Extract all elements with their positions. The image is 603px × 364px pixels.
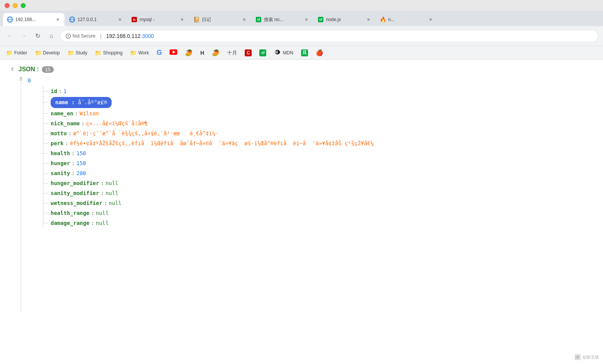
bookmarks-bar: 📁 Folder 📁 Develop 📁 Study 📁 Shopping 📁 … — [0, 46, 603, 60]
bookmark-develop[interactable]: 📁 Develop — [32, 48, 63, 58]
field-value-damage-range: null — [96, 218, 109, 228]
tab-close-4[interactable]: ✕ — [241, 16, 247, 23]
mango2-icon: 🥭 — [212, 49, 219, 56]
tab-close-1[interactable]: ✕ — [54, 16, 61, 23]
field-value-sanity-modifier: null — [105, 189, 119, 198]
c-icon: C — [245, 49, 252, 56]
tab-title-6: node.js — [326, 17, 363, 22]
bookmark-mango2[interactable]: 🥭 — [209, 48, 222, 58]
field-value-name-en: Wilson — [79, 109, 99, 118]
json-object-0: 0 id : 1 — [28, 76, 594, 228]
field-value-id: 1 — [63, 87, 66, 96]
sf-icon: sf — [259, 49, 266, 56]
tab-close-6[interactable]: ✕ — [365, 16, 371, 23]
address-input[interactable]: Not Secure | 192.168.0.112:3000 — [60, 30, 598, 42]
home-button[interactable]: ⌂ — [46, 31, 57, 41]
bookmark-study[interactable]: 📁 Study — [64, 48, 91, 58]
content-area: ⇧ JSON : 15 ∏ 0 — [0, 60, 603, 364]
mdn-icon: M — [274, 49, 281, 56]
field-key-hunger-modifier: hunger_modifier — [51, 179, 99, 188]
maximize-button[interactable] — [21, 3, 26, 8]
bookmark-douban[interactable]: 豆 — [298, 48, 311, 58]
bookmark-h[interactable]: H — [197, 48, 207, 58]
svg-text:冲: 冲 — [575, 355, 579, 359]
folder-icon: 📁 — [130, 50, 136, 56]
json-field-wetness-modifier: wetness_modifier : null — [28, 198, 594, 208]
field-value-sanity: 200 — [76, 169, 86, 178]
tab-favicon-5: sf — [255, 16, 262, 23]
tab-close-3[interactable]: ✕ — [179, 16, 185, 23]
tab-title-4: 日记 — [202, 16, 239, 23]
field-value-wetness-modifier: null — [109, 198, 122, 208]
field-key-perk: perk — [51, 139, 64, 148]
bookmark-youtube[interactable] — [166, 48, 180, 58]
field-key-health: health — [51, 149, 70, 158]
tab-title-2: 127.0.0.1 — [77, 17, 114, 22]
json-field-health-range: health_range : null — [28, 208, 594, 218]
back-button[interactable]: ← — [5, 31, 15, 41]
json-field-perk: perk : èf½é•¢å‡ºåŽšåŽšçš,,èfiå ï¼Œèfiå å… — [28, 138, 594, 148]
bookmark-work[interactable]: 📁 Work — [127, 48, 152, 58]
json-collapse-all[interactable]: ⇧ — [9, 66, 15, 72]
tab-close-5[interactable]: ✕ — [303, 16, 309, 23]
json-label: JSON : — [18, 66, 39, 73]
tab-title-7: n... — [388, 17, 425, 22]
bookmark-apple[interactable]: 🍎 — [313, 48, 326, 58]
watermark-text: 创新互联 — [582, 354, 599, 360]
json-tree: ∏ 0 id : 1 — [9, 76, 594, 312]
google-icon: G — [157, 49, 162, 57]
tab-mysql[interactable]: n mysql - ✕ — [127, 13, 189, 26]
reload-button[interactable]: ↻ — [32, 31, 43, 41]
field-key-id: id — [51, 87, 57, 96]
folder-icon: 📁 — [6, 50, 12, 56]
tab-favicon-1 — [7, 16, 13, 23]
field-value-health: 150 — [76, 149, 86, 158]
folder-icon: 📁 — [95, 50, 101, 56]
bookmark-sf[interactable]: sf — [256, 48, 269, 58]
json-index-row: 0 — [28, 76, 594, 85]
tab-nodejs[interactable]: sf node.js ✕ — [314, 13, 375, 26]
apple-icon: 🍎 — [316, 49, 323, 56]
field-value-perk: èf½é•¢å‡ºåŽšåŽšçš,,èfiå ï¼Œèfiå åœ¨å†¬å¤… — [70, 139, 374, 148]
json-toggle-0[interactable]: ∏ — [18, 76, 24, 82]
bookmark-october[interactable]: 十月 — [224, 48, 240, 58]
json-header: ⇧ JSON : 15 — [9, 66, 594, 73]
youtube-icon — [170, 49, 177, 56]
bookmark-folder[interactable]: 📁 Folder — [3, 48, 30, 58]
json-field-name: name : å¨.åº°æ£® — [28, 96, 594, 108]
json-field-nick-name: nick_name : ç»...å£«ï¼Œçš`å¦å®¶ — [28, 118, 594, 128]
bookmark-c[interactable]: C — [242, 48, 255, 58]
tab-192[interactable]: 192.168... ✕ — [3, 13, 64, 26]
h-icon: H — [200, 50, 204, 56]
tab-close-7[interactable]: ✕ — [427, 16, 433, 23]
tab-127[interactable]: 127.0.0.1 ✕ — [65, 13, 127, 26]
bookmark-mango1[interactable]: 🥭 — [182, 48, 196, 58]
field-key-hunger: hunger — [51, 159, 70, 168]
field-key-nick-name: nick_name — [51, 119, 80, 128]
tab-diary[interactable]: 📔 日记 ✕ — [189, 13, 251, 26]
folder-icon: 📁 — [35, 50, 41, 56]
bookmark-mdn[interactable]: M MDN — [271, 48, 296, 58]
tab-favicon-2 — [69, 16, 75, 23]
bookmark-shopping[interactable]: 📁 Shopping — [92, 48, 126, 58]
bookmark-google[interactable]: G — [153, 48, 165, 58]
folder-icon: 📁 — [68, 50, 74, 56]
field-value-hunger-modifier: null — [105, 179, 119, 188]
tab-title-3: mysql - — [140, 17, 176, 22]
security-indicator: Not Secure — [66, 33, 96, 39]
field-key-sanity-modifier: sanity_modifier — [51, 189, 99, 198]
json-field-hunger-modifier: hunger_modifier : null — [28, 178, 594, 188]
mango-icon: 🥭 — [185, 49, 193, 56]
tab-close-2[interactable]: ✕ — [117, 16, 123, 23]
svg-point-8 — [68, 37, 69, 38]
tab-title-5: 搜索 no... — [264, 16, 301, 23]
field-key-health-range: health_range — [51, 208, 89, 218]
field-key-name-en: name_en — [51, 109, 73, 118]
forward-button[interactable]: → — [18, 31, 29, 41]
field-value-health-range: null — [96, 208, 109, 218]
close-button[interactable] — [5, 3, 10, 8]
tab-extra[interactable]: 🔥 n... ✕ — [376, 13, 437, 26]
json-object-row: ∏ 0 id : 1 — [17, 76, 594, 312]
minimize-button[interactable] — [13, 3, 18, 8]
tab-sf1[interactable]: sf 搜索 no... ✕ — [252, 13, 313, 26]
